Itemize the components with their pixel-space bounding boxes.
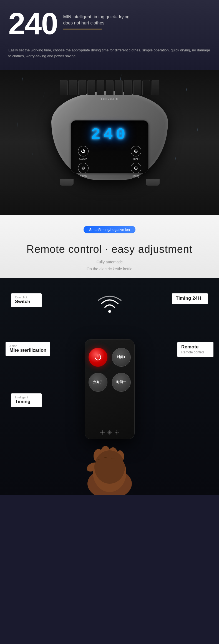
svg-point-4: [102, 430, 103, 431]
control-panel: 240 ⏻ Switch ⊕ Timer +: [71, 120, 148, 173]
svg-point-6: [100, 432, 102, 433]
remote-section-header: Smart/timing/negative ion Remote control…: [0, 215, 219, 278]
dryer-body-shape: Yunyuxin 240 ⏻ Switch: [51, 91, 168, 180]
anion-label: 负离子: [93, 380, 102, 384]
control-row-1: ⏻ Switch ⊕ Timer +: [71, 144, 148, 161]
dryer-fins: [60, 80, 159, 95]
anion-label: Anion: [80, 174, 87, 178]
smart-badge-wrapper: Smart/timing/negative ion: [8, 226, 211, 239]
flower-icon-3: [114, 430, 119, 435]
subtitle-line1: MIN intelligent timing quick-drying: [63, 14, 130, 20]
timer-plus-ctrl: ⊕ Timer +: [131, 146, 141, 161]
wifi-icon: [97, 295, 122, 314]
connector-remote-r: [142, 347, 175, 347]
time-minus-label: 时间一: [116, 380, 126, 385]
flower-icon-1: [100, 430, 105, 435]
subtitle-line2: does not hurt clothes: [63, 20, 130, 26]
remote-device-body: 时间+ 负离子 时间一: [85, 339, 135, 439]
remote-box-detail: Remote control: [181, 350, 210, 354]
anion-box-sub: Anion: [9, 344, 46, 348]
anion-icon[interactable]: ⊛: [78, 163, 89, 173]
remote-main-area: One click Switch Timing 24H Anion Mite s…: [0, 278, 219, 495]
intelligent-sub: Intelligent: [15, 396, 38, 399]
svg-point-12: [110, 432, 112, 433]
connector-timing-wifi: [139, 299, 172, 299]
svg-point-5: [102, 433, 103, 435]
hero-big-number: 240: [8, 8, 58, 39]
left-foot: [60, 179, 74, 186]
timer-plus-label: Timer +: [131, 158, 141, 161]
display-number: 240: [91, 126, 128, 144]
switch-ctrl: ⏻ Switch: [78, 146, 89, 161]
switch-box-sub: One click: [15, 296, 38, 299]
timing-minus-ctrl: ⊖ Timing-: [131, 163, 141, 178]
anion-ctrl: ⊛ Anion: [78, 163, 89, 178]
remote-btn-row-1: 时间+: [89, 348, 131, 367]
anion-button[interactable]: 负离子: [89, 373, 107, 392]
decorative-flowers: [100, 430, 119, 435]
remote-subtitle-2: On the electric kettle kettle: [8, 266, 211, 273]
hero-description: Easily set the working time, choose the …: [8, 43, 211, 59]
remote-subtitle: Fully automatic On the electric kettle k…: [8, 259, 211, 273]
remote-title: Remote control · easy adjustment: [8, 243, 211, 255]
connector-intelligent: [43, 399, 71, 399]
svg-point-20: [114, 432, 116, 433]
led-display: 240: [71, 121, 148, 144]
right-foot: [146, 179, 160, 186]
time-minus-button[interactable]: 时间一: [112, 373, 131, 392]
svg-point-19: [116, 433, 117, 435]
svg-point-29: [94, 450, 125, 484]
svg-point-0: [108, 310, 111, 313]
hero-subtitle: MIN intelligent timing quick-drying does…: [63, 8, 130, 29]
power-button[interactable]: [89, 348, 107, 367]
anion-box-main: Mite sterilization: [9, 348, 46, 353]
wifi-icon-wrapper: [97, 295, 122, 315]
feature-box-remote: Remote Remote control: [177, 342, 213, 357]
connector-anion-remote: [44, 347, 77, 347]
hand-svg: [74, 439, 146, 495]
feature-box-anion: Anion Mite sterilization: [6, 342, 50, 356]
yellow-bar: [63, 29, 102, 29]
feature-box-switch: One click Switch: [11, 293, 42, 307]
switch-label: Switch: [79, 158, 87, 161]
product-image-section: Yunyuxin 240 ⏻ Switch: [0, 70, 219, 215]
intelligent-main: Timing: [15, 399, 38, 405]
connector-switch-wifi: [44, 299, 80, 299]
svg-point-3: [102, 431, 103, 433]
time-plus-label: 时间+: [117, 355, 125, 360]
smart-badge: Smart/timing/negative ion: [84, 226, 135, 233]
svg-point-18: [116, 430, 117, 431]
brand-text: Yunyuxin: [100, 97, 119, 100]
remote-box-main: Remote: [181, 344, 210, 350]
svg-point-17: [116, 432, 117, 433]
switch-icon[interactable]: ⏻: [78, 146, 89, 156]
feature-box-intelligent: Intelligent Timing: [11, 393, 42, 407]
svg-point-21: [117, 432, 119, 433]
hand-silhouette-wrapper: [74, 439, 146, 495]
timing-minus-icon[interactable]: ⊖: [131, 163, 141, 173]
timing-minus-label: Timing-: [131, 174, 140, 178]
svg-point-7: [103, 432, 105, 433]
remote-device-wrapper: 时间+ 负离子 时间一: [74, 339, 146, 495]
remote-subtitle-1: Fully automatic: [8, 259, 211, 266]
switch-box-main: Switch: [15, 299, 38, 304]
product-visual: Yunyuxin 240 ⏻ Switch: [40, 80, 179, 205]
hero-section: 240 MIN intelligent timing quick-drying …: [0, 0, 219, 70]
flower-icon-2: [107, 430, 112, 435]
hero-text-row: 240 MIN intelligent timing quick-drying …: [8, 8, 211, 39]
svg-point-10: [109, 433, 110, 435]
svg-point-11: [107, 432, 109, 433]
timer-plus-icon[interactable]: ⊕: [131, 146, 141, 156]
svg-point-9: [109, 430, 110, 431]
remote-btn-row-2: 负离子 时间一: [89, 373, 131, 392]
dryer-body: Yunyuxin 240 ⏻ Switch: [51, 91, 168, 188]
feature-box-timing24h: Timing 24H: [172, 293, 208, 304]
timing24h-label: Timing 24H: [176, 296, 204, 301]
time-plus-button[interactable]: 时间+: [112, 348, 131, 367]
control-row-2: ⊛ Anion ⊖ Timing-: [71, 161, 148, 178]
power-icon: [94, 353, 102, 361]
